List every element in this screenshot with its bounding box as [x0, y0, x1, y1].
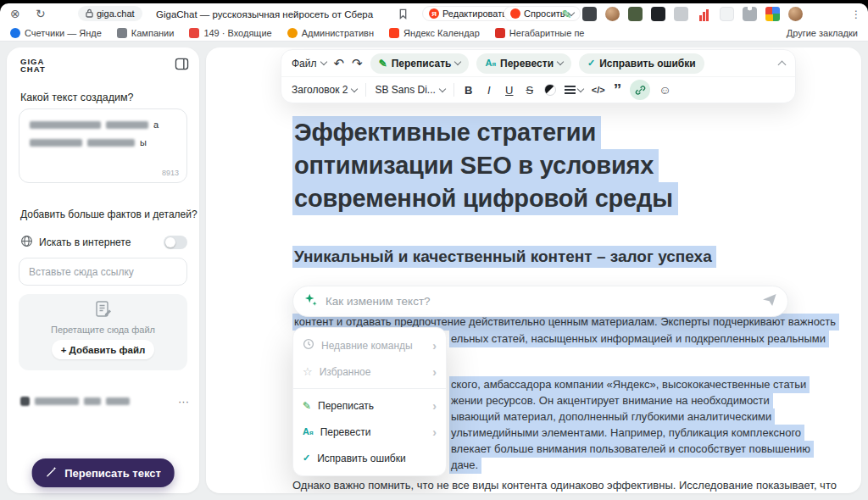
redacted-text: [30, 139, 82, 147]
clock-icon: [303, 338, 314, 353]
bookmark-icon[interactable]: [398, 8, 408, 23]
text-color-button[interactable]: [544, 84, 556, 96]
bookmark-item[interactable]: Яндекс Календар: [389, 28, 480, 38]
file-menu[interactable]: Файл: [292, 58, 326, 69]
redo-icon[interactable]: ↷: [352, 57, 363, 69]
metrica-bars-icon[interactable]: [697, 7, 711, 21]
favicon: [189, 28, 199, 38]
lock-icon: [86, 8, 93, 19]
redacted-text: [84, 397, 101, 405]
doc-line: ского, амбассадора компании «Яндекс», вы…: [449, 378, 810, 392]
alice-icon: [510, 8, 520, 19]
link-button[interactable]: [630, 80, 650, 100]
sparkle-icon: [303, 292, 318, 310]
blocked-content-icon[interactable]: ⊗: [10, 7, 20, 20]
doc-heading2: Уникальный и качественный контент – зало…: [292, 247, 716, 266]
divider: [453, 83, 454, 97]
menu-item-fix-errors[interactable]: ✓ Исправить ошибки: [293, 445, 446, 471]
puzzle-icon[interactable]: [743, 7, 757, 21]
extension-icon[interactable]: [628, 7, 643, 21]
menu-item-recent-commands[interactable]: Недавние команды ›: [293, 332, 446, 358]
command-bar[interactable]: [292, 286, 788, 317]
link-input[interactable]: [19, 258, 187, 286]
translate-icon: Aя: [303, 427, 314, 436]
menu-item-favorites[interactable]: ☆ Избранное ›: [293, 358, 446, 385]
translate-pill-button[interactable]: AяПеревести: [476, 53, 571, 74]
bookmark-item[interactable]: Негабаритные пе: [495, 28, 585, 38]
doc-line: Однако важно помнить, что не все виды ко…: [292, 479, 837, 492]
extension-icon[interactable]: [651, 7, 665, 21]
dropzone-label: Перетащите сюда файл: [19, 325, 187, 335]
extension-icon[interactable]: [582, 7, 597, 21]
profile-avatar[interactable]: [605, 7, 620, 21]
bold-button[interactable]: B: [463, 84, 475, 97]
pencil-extension-icon[interactable]: ✎: [559, 7, 574, 21]
file-dropzone[interactable]: Перетащите сюда файл + Добавить файл: [19, 294, 187, 370]
attached-file-row[interactable]: ···: [20, 395, 189, 407]
strikethrough-button[interactable]: S: [524, 84, 536, 97]
font-select[interactable]: SB Sans Di...: [375, 84, 444, 96]
underline-button[interactable]: U: [504, 84, 515, 97]
search-internet-toggle[interactable]: [164, 236, 187, 249]
page-title-text: GigaChat — русскоязычная нейросеть от Сб…: [156, 9, 373, 19]
doc-line: влекает больше внимания пользователей и …: [449, 442, 814, 456]
address-text: giga.chat: [97, 8, 135, 19]
translate-icon: Aя: [485, 58, 496, 68]
redacted-text: [106, 121, 148, 129]
doc-line: ывающий материал, дополненный глубокими …: [449, 410, 775, 424]
collapse-sidebar-icon[interactable]: [175, 58, 189, 74]
address-bar[interactable]: giga.chat: [78, 6, 142, 21]
chevron-down-icon: [439, 85, 446, 92]
prompt-textarea[interactable]: а ы 8913: [19, 108, 187, 183]
other-bookmarks[interactable]: Другие закладки: [787, 28, 858, 38]
collapse-toolbar-icon[interactable]: [778, 61, 787, 69]
emoji-button[interactable]: ☺: [659, 83, 670, 97]
undo-icon[interactable]: ↶: [334, 57, 345, 69]
fix-errors-pill-button[interactable]: ✓Исправить ошибки: [579, 53, 704, 74]
file-more-icon[interactable]: ···: [178, 395, 189, 408]
extension-icon[interactable]: [674, 7, 688, 21]
rewrite-text-button[interactable]: Переписать текст: [31, 458, 175, 487]
doc-line: ельных статей, насыщенных информацией и …: [449, 332, 829, 346]
pencil-icon: ✎: [303, 401, 311, 411]
chevron-down-icon: [454, 58, 461, 65]
search-internet-label: Искать в интернете: [39, 236, 131, 248]
refresh-icon[interactable]: ↻: [36, 7, 46, 20]
bookmark-item[interactable]: Кампании: [117, 28, 175, 38]
quote-button[interactable]: ”: [614, 86, 622, 94]
command-menu: Недавние команды › ☆ Избранное › ✎ Переп…: [292, 327, 447, 476]
redacted-text: [87, 139, 135, 147]
command-input[interactable]: [326, 295, 754, 308]
rewrite-pill-button[interactable]: ✎Переписать: [370, 53, 470, 74]
doc-line: ультимедийными элементами. Например, пуб…: [449, 426, 804, 440]
menu-item-translate[interactable]: Aя Перевести ›: [293, 419, 446, 445]
divider: [365, 83, 366, 97]
send-icon[interactable]: [762, 293, 777, 310]
favicon: [389, 28, 399, 38]
menu-item-rewrite[interactable]: ✎ Переписать ›: [293, 392, 446, 419]
favicon: [495, 28, 505, 38]
extension-icons: ✎: [559, 7, 803, 21]
bookmark-item[interactable]: Административн: [287, 28, 374, 38]
list-button[interactable]: [565, 86, 583, 94]
char-count: 8913: [162, 169, 179, 177]
browser-menu-icon[interactable]: ⋮: [851, 8, 861, 20]
apps-grid-icon[interactable]: [765, 7, 780, 21]
create-question-label: Какой текст создадим?: [20, 92, 134, 103]
add-file-button[interactable]: + Добавить файл: [52, 340, 155, 359]
chevron-right-icon: ›: [432, 339, 437, 353]
paragraph-style-select[interactable]: Заголовок 2: [292, 84, 357, 96]
account-avatar[interactable]: [788, 7, 803, 21]
globe-icon: [20, 235, 33, 250]
code-button[interactable]: </>: [592, 85, 605, 95]
toggle-knob: [165, 237, 175, 247]
bookmark-item[interactable]: 149 · Входящие: [189, 28, 271, 38]
doc-line: даче.: [449, 458, 481, 472]
extension-icon[interactable]: [720, 7, 734, 21]
redacted-file-icon: [20, 397, 30, 406]
bookmarks-bar: Счетчики — Янде Кампании 149 · Входящие …: [0, 25, 868, 42]
chevron-down-icon: [557, 58, 564, 65]
italic-button[interactable]: I: [483, 84, 495, 97]
redacted-text: [106, 397, 130, 405]
bookmark-item[interactable]: Счетчики — Янде: [10, 28, 102, 38]
